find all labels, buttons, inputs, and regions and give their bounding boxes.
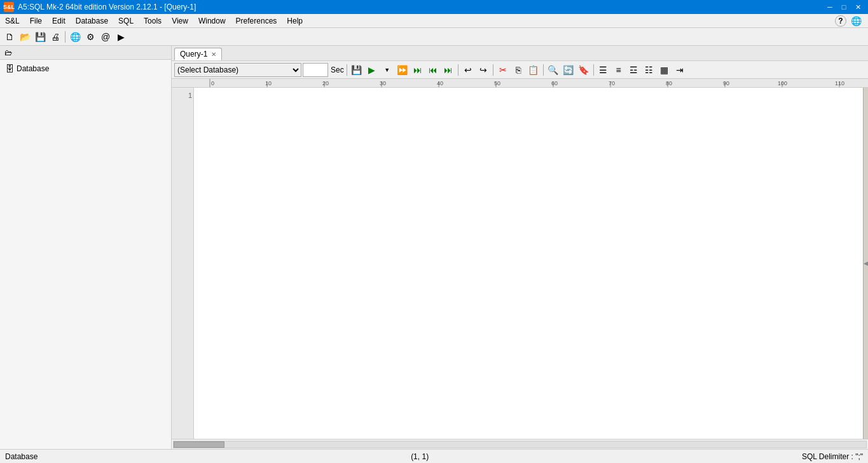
minimize-button[interactable]: ─	[823, 2, 836, 12]
redo-button[interactable]: ↪	[476, 63, 490, 77]
run-dropdown-button[interactable]: ▼	[380, 63, 394, 77]
svg-text:20: 20	[322, 80, 329, 86]
qtb-sep3	[493, 64, 493, 76]
main-area: 🗁 🗄 Database Query-1 ✕ (Selec	[0, 46, 868, 449]
align-center-button[interactable]: ≡	[612, 63, 626, 77]
app-window: S&L A5:SQL Mk-2 64bit edition Version 2.…	[0, 0, 868, 463]
svg-rect-0	[172, 79, 868, 87]
indent-button[interactable]: ⇥	[673, 63, 687, 77]
settings-button[interactable]: ⚙	[83, 30, 97, 44]
menu-window[interactable]: Window	[193, 14, 231, 27]
qtb-sep1	[347, 64, 347, 76]
app-icon: S&L	[4, 2, 14, 12]
query-tab-label: Query-1	[180, 50, 207, 59]
h-scroll-thumb[interactable]	[174, 441, 224, 448]
menu-bar: S&L File Edit Database SQL Tools View Wi…	[0, 14, 868, 28]
menu-view[interactable]: View	[167, 14, 193, 27]
menu-preferences[interactable]: Preferences	[231, 14, 282, 27]
svg-text:50: 50	[494, 80, 500, 86]
tab-bar: Query-1 ✕	[172, 46, 868, 61]
run-alt-button[interactable]: ⏭	[411, 63, 425, 77]
db-icon: 🗄	[5, 64, 14, 74]
h-scrollbar[interactable]	[172, 439, 868, 449]
menu-tools[interactable]: Tools	[139, 14, 167, 27]
main-toolbar: 🗋 📂 💾 🖨 🌐 ⚙ @ ▶	[0, 28, 868, 46]
svg-text:60: 60	[551, 80, 558, 86]
paste-button[interactable]: 📋	[527, 63, 541, 77]
qtb-sep4	[543, 64, 544, 76]
query-toolbar: (Select Database) Sec 💾 ▶ ▼ ⏩ ⏭ ⏮ ⏭ ↩ ↪ …	[172, 61, 868, 79]
table-grid-button[interactable]: ▦	[658, 63, 672, 77]
run-to-button[interactable]: ⏮	[426, 63, 440, 77]
expand-icon[interactable]: 🗁	[3, 47, 14, 59]
svg-text:0: 0	[211, 80, 214, 86]
run-step-button[interactable]: ⏩	[396, 63, 410, 77]
right-panel: Query-1 ✕ (Select Database) Sec 💾 ▶ ▼ ⏩ …	[172, 46, 868, 449]
qtb-sep5	[593, 64, 594, 76]
maximize-button[interactable]: □	[837, 2, 850, 12]
db-tree: 🗄 Database	[0, 60, 171, 449]
align-right-button[interactable]: ☲	[627, 63, 641, 77]
menu-file[interactable]: File	[25, 14, 47, 27]
db-tree-root[interactable]: 🗄 Database	[3, 62, 169, 75]
svg-text:80: 80	[666, 80, 672, 86]
bookmark-button[interactable]: 🔖	[577, 63, 591, 77]
svg-text:110: 110	[835, 80, 844, 86]
right-collapse-handle[interactable]: ◀	[863, 88, 868, 439]
svg-text:100: 100	[778, 80, 787, 86]
svg-text:90: 90	[723, 80, 729, 86]
ruler: 0 10 20 30 40 50 60 70 80	[172, 79, 868, 88]
line-numbers: 1	[172, 88, 194, 439]
cursor-position: (1, 1)	[411, 452, 429, 461]
db-label: Database	[17, 64, 49, 73]
window-controls: ─ □ ✕	[823, 2, 864, 12]
qtb-sep2	[458, 64, 458, 76]
find-button[interactable]: 🔍	[546, 63, 560, 77]
run-button[interactable]: ▶	[365, 63, 379, 77]
run-last-button[interactable]: ⏭	[441, 63, 455, 77]
toolbar-sep1	[65, 31, 65, 43]
save-main-button[interactable]: 💾	[33, 30, 47, 44]
align-justify-button[interactable]: ☷	[642, 63, 656, 77]
svg-text:10: 10	[265, 80, 272, 86]
at-button[interactable]: @	[99, 30, 113, 44]
undo-button[interactable]: ↩	[461, 63, 475, 77]
replace-button[interactable]: 🔄	[561, 63, 575, 77]
sql-delimiter: SQL Delimiter : ";"	[802, 452, 863, 461]
cut-button[interactable]: ✂	[496, 63, 510, 77]
open-button[interactable]: 📂	[18, 30, 32, 44]
menu-help[interactable]: Help	[282, 14, 308, 27]
tab-close-button[interactable]: ✕	[211, 51, 216, 58]
svg-text:40: 40	[437, 80, 443, 86]
query-tab[interactable]: Query-1 ✕	[174, 48, 222, 60]
left-panel: 🗁 🗄 Database	[0, 46, 172, 449]
arrow-button[interactable]: ▶	[114, 30, 128, 44]
editor[interactable]	[194, 88, 863, 439]
db-connect-button[interactable]: 🌐	[68, 30, 82, 44]
left-panel-toolbar: 🗁	[0, 46, 171, 60]
ruler-svg: 0 10 20 30 40 50 60 70 80	[172, 79, 868, 87]
menu-edit[interactable]: Edit	[47, 14, 71, 27]
title-bar: S&L A5:SQL Mk-2 64bit edition Version 2.…	[0, 0, 868, 14]
sec-label: Sec	[331, 66, 344, 74]
editor-wrapper: 1 ◀	[172, 88, 868, 449]
help-icon-button[interactable]: ?	[835, 15, 846, 27]
status-bar: Database (1, 1) SQL Delimiter : ";"	[0, 449, 868, 463]
globe-icon-button[interactable]: 🌐	[849, 14, 863, 28]
db-select[interactable]: (Select Database)	[174, 63, 301, 77]
svg-text:70: 70	[609, 80, 615, 86]
menu-database[interactable]: Database	[71, 14, 113, 27]
save-query-button[interactable]: 💾	[350, 63, 364, 77]
menu-sql[interactable]: SQL	[113, 14, 139, 27]
title-text: A5:SQL Mk-2 64bit edition Version 2.12.1…	[18, 3, 823, 11]
new-button[interactable]: 🗋	[3, 30, 17, 44]
sec-input[interactable]	[303, 63, 328, 77]
svg-text:30: 30	[380, 80, 386, 86]
menu-sal[interactable]: S&L	[0, 14, 25, 27]
db-status-label: Database	[5, 452, 38, 461]
close-button[interactable]: ✕	[851, 2, 864, 12]
print-button[interactable]: 🖨	[48, 30, 62, 44]
h-scroll-track[interactable]	[173, 441, 867, 448]
align-left-button[interactable]: ☰	[596, 63, 610, 77]
copy-button[interactable]: ⎘	[511, 63, 525, 77]
